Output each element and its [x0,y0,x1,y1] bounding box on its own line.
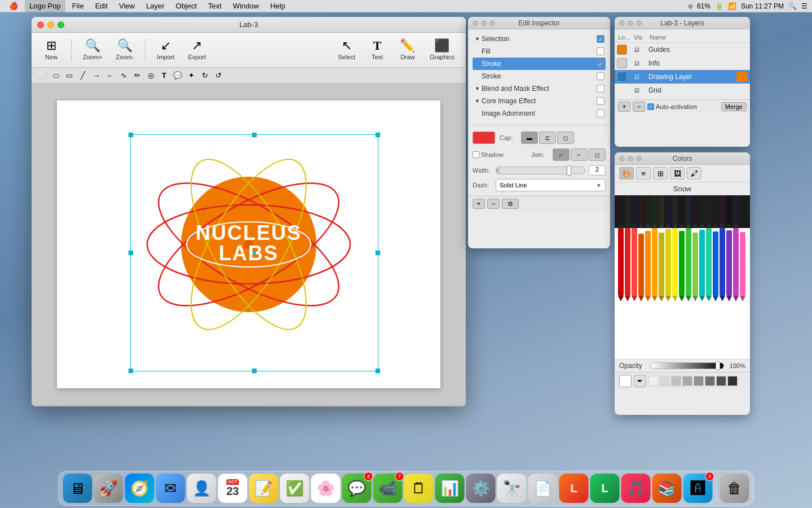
opacity-thumb[interactable] [716,361,720,370]
apple-menu[interactable]: 🍎 [5,0,23,12]
handle-middle-right[interactable] [376,251,380,255]
handle-top-right[interactable] [376,133,380,137]
core-checkbox[interactable] [597,97,604,105]
dock-mail[interactable]: ✉ [156,474,186,503]
stroke-selected-checkbox[interactable]: ✓ [597,60,604,68]
dock-app-store[interactable]: 🅰 3 [683,474,713,503]
text-button[interactable]: T Text [363,37,391,63]
blend-mask-section[interactable]: ▼ Blend and Mask Effect [473,82,606,95]
layers-minimize[interactable] [628,20,633,26]
grid-cell-0[interactable] [648,376,659,386]
selection-section[interactable]: ▼ Selection ✓ [473,33,606,45]
shadow-checkbox[interactable] [473,151,479,158]
color-mode-sliders[interactable]: ≡ [636,167,651,179]
core-image-section[interactable]: ▼ Core Image Effect [473,95,606,107]
line-tool[interactable]: ╱ [77,69,89,82]
join-btn-1[interactable]: ⌐ [553,148,570,161]
dock-messages[interactable]: 💬 2 [342,474,372,503]
stroke-row-selected[interactable]: Stroke ✓ [473,58,606,70]
dock-contacts[interactable]: 👤 [187,474,217,503]
pencil-tool[interactable]: ✏ [131,69,143,82]
rotate-ccw-tool[interactable]: ↺ [212,69,224,82]
layer-row-guides[interactable]: ☑ Guides [615,43,750,56]
handle-bottom-middle[interactable] [252,369,257,373]
eyedropper-button[interactable]: ✒ [634,375,646,387]
color-mode-crayon[interactable]: 🖍 [687,167,701,179]
dock-books[interactable]: 📚 [652,474,682,503]
grid-cell-7[interactable] [727,376,738,386]
color-mode-image[interactable]: 🖼 [670,167,685,179]
layer-add-button[interactable]: + [618,102,630,112]
dock-calendar[interactable]: OCT 23 [218,474,248,503]
grid-cell-1[interactable] [660,376,670,386]
new-button[interactable]: ⊞ New [37,37,65,63]
dock-notes[interactable]: 📝 [249,474,279,503]
color-preview-swatch[interactable] [619,375,632,387]
color-mode-palette[interactable]: ⊞ [653,167,668,179]
dock-textedit[interactable]: 📄 [528,474,558,503]
rounded-rect-tool[interactable]: ▭ [63,69,76,82]
drawing-vis[interactable]: ☑ [633,73,641,81]
oval-tool[interactable]: ⬭ [50,69,62,82]
zoom-plus-button[interactable]: 🔍 Zoom+ [77,37,108,63]
info-vis[interactable]: ☑ [633,59,641,67]
star-tool[interactable]: ✦ [185,69,197,82]
handle-bottom-left[interactable] [129,369,133,373]
fill-checkbox[interactable] [597,47,604,55]
dock-system-prefs[interactable]: ⚙️ [466,474,496,503]
join-btn-2[interactable]: ⌐ [571,148,588,161]
dock-preview[interactable]: 🔭 [497,474,527,503]
wifi-icon[interactable]: 📶 [728,2,736,10]
width-slider-thumb[interactable] [567,165,571,176]
grid-cell-6[interactable] [716,376,726,386]
layers-maximize[interactable] [636,20,642,26]
dock-safari[interactable]: 🧭 [125,474,155,503]
auto-activation-checkbox[interactable]: ✓ [647,103,654,110]
layer-row-info[interactable]: ☑ Info [615,56,750,70]
menubar-window[interactable]: Window [228,0,263,12]
import-button[interactable]: ↙ Import [151,37,180,63]
graphics-button[interactable]: ⬛ Graphics [424,37,460,63]
width-value[interactable]: 2 [589,165,606,176]
dock-logo-pop[interactable]: L [559,474,589,503]
arrow-right-tool[interactable]: → [90,69,103,82]
fill-row[interactable]: Fill [473,45,606,58]
menubar-edit[interactable]: Edit [91,0,112,12]
colors-minimize[interactable] [628,156,633,161]
text-tool[interactable]: T [158,69,170,82]
selection-checkbox[interactable]: ✓ [597,35,604,43]
opacity-slider[interactable] [651,362,724,369]
image-adornment-checkbox[interactable] [597,110,604,117]
horizontal-scrollbar[interactable] [32,405,466,406]
blend-checkbox[interactable] [597,85,604,93]
image-adornment-row[interactable]: Image Adornment [473,107,606,120]
stroke-color-swatch[interactable] [473,132,495,144]
colors-close[interactable] [619,156,625,161]
handle-bottom-right[interactable] [376,369,380,373]
draw-button[interactable]: ✏️ Draw [394,37,422,63]
rotate-cw-tool[interactable]: ↻ [198,69,211,82]
dock-facetime[interactable]: 📹 7 [373,474,403,503]
zoom-minus-button[interactable]: 🔍 Zoom- [111,37,140,63]
grid-cell-3[interactable] [682,376,692,386]
cap-btn-1[interactable]: ▬ [521,132,538,144]
inspector-gear-button[interactable]: ⚙ [502,199,519,209]
menubar-text[interactable]: Text [204,0,226,12]
canvas-area[interactable]: NUCLEUS LABS [32,84,466,405]
select-button[interactable]: ↖ Select [332,37,361,63]
arrow-left-tool[interactable]: ← [104,69,116,82]
inspector-add-button[interactable]: + [473,199,485,209]
dock-trash[interactable]: 🗑 [720,474,749,503]
menubar-file[interactable]: File [68,0,89,12]
width-slider[interactable] [496,167,585,174]
layer-remove-button[interactable]: − [633,102,645,112]
dock-numbers[interactable]: 📊 [435,474,465,503]
dock-reminders[interactable]: ✅ [280,474,310,503]
color-mode-wheel[interactable]: 🎨 [619,167,634,179]
stroke-sub-checkbox[interactable] [597,72,604,80]
dock-photos[interactable]: 🌸 [311,474,341,503]
join-btn-3[interactable]: ◻ [589,148,606,161]
dock-finder[interactable]: 🖥 [63,474,92,503]
curve-tool[interactable]: ∿ [117,69,130,82]
dock-stickies[interactable]: 🗒 [404,474,434,503]
